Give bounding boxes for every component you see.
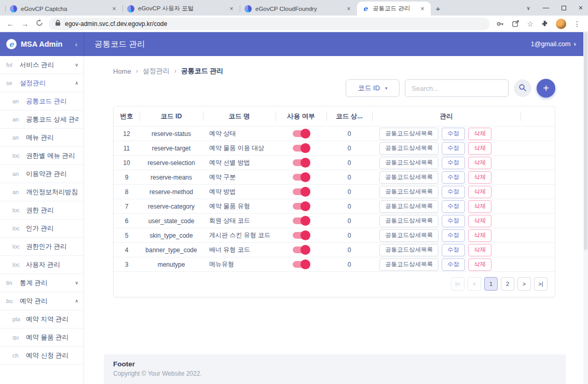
- detail-list-button[interactable]: 공통코드상세목록: [379, 157, 439, 169]
- delete-button[interactable]: 삭제: [468, 128, 491, 140]
- extensions-icon[interactable]: [541, 20, 549, 28]
- sidebar-collapse-icon[interactable]: ‹: [75, 40, 77, 48]
- sidebar-item[interactable]: loc 권한 관리: [0, 201, 84, 220]
- edit-button[interactable]: 수정: [442, 229, 465, 242]
- use-toggle[interactable]: [293, 188, 309, 195]
- detail-list-button[interactable]: 공통코드상세목록: [379, 142, 439, 155]
- tab-close-icon[interactable]: ×: [419, 5, 426, 12]
- detail-list-button[interactable]: 공통코드상세목록: [379, 186, 439, 198]
- pagination-button[interactable]: 1: [484, 277, 498, 291]
- password-key-icon[interactable]: [496, 20, 504, 28]
- delete-button[interactable]: 삭제: [468, 186, 491, 198]
- sidebar-item[interactable]: loc 사용자 관리: [0, 256, 84, 274]
- filter-field-dropdown[interactable]: 코드 ID ▾: [346, 79, 400, 97]
- detail-list-button[interactable]: 공통코드상세목록: [379, 244, 439, 256]
- sidebar-item[interactable]: qu 예약 물품 관리: [0, 328, 84, 347]
- browser-tab[interactable]: e 공통코드 관리 ×: [357, 2, 431, 16]
- edit-button[interactable]: 수정: [442, 258, 465, 271]
- sidebar-item[interactable]: an 공통코드 관리: [0, 92, 84, 111]
- bookmark-star-icon[interactable]: ☆: [527, 20, 534, 28]
- detail-list-button[interactable]: 공통코드상세목록: [379, 128, 439, 140]
- forward-icon[interactable]: →: [20, 20, 30, 28]
- sidebar-item[interactable]: an 개인정보처리방침 관: [0, 183, 84, 201]
- delete-button[interactable]: 삭제: [468, 142, 491, 155]
- delete-button[interactable]: 삭제: [468, 215, 491, 227]
- browser-tab[interactable]: eGovCP Captcha ×: [5, 2, 122, 16]
- scrollbar-thumb[interactable]: [584, 32, 587, 250]
- tab-close-icon[interactable]: ×: [345, 5, 352, 12]
- edit-button[interactable]: 수정: [442, 157, 465, 169]
- window-minimize-icon[interactable]: —: [543, 4, 549, 11]
- detail-list-button[interactable]: 공통코드상세목록: [379, 215, 439, 227]
- breadcrumb-home[interactable]: Home: [113, 67, 131, 75]
- sidebar-item[interactable]: an 공통코드 상세 관리: [0, 111, 84, 129]
- profile-avatar[interactable]: [556, 19, 566, 29]
- detail-list-button[interactable]: 공통코드상세목록: [379, 229, 439, 242]
- reload-icon[interactable]: [34, 19, 45, 28]
- brand-area: e MSA Admin ‹: [0, 32, 84, 56]
- use-toggle[interactable]: [293, 217, 309, 224]
- sidebar-item[interactable]: loc 권한별 메뉴 관리: [0, 147, 84, 165]
- use-toggle[interactable]: [293, 145, 309, 152]
- pagination-button[interactable]: >|: [534, 277, 548, 291]
- edit-button[interactable]: 수정: [442, 128, 465, 140]
- detail-list-button[interactable]: 공통코드상세목록: [379, 171, 439, 184]
- breadcrumb-section[interactable]: 설정관리: [143, 66, 170, 76]
- detail-list-button[interactable]: 공통코드상세목록: [379, 200, 439, 213]
- edit-button[interactable]: 수정: [442, 142, 465, 155]
- window-close-icon[interactable]: ×: [579, 4, 583, 12]
- page-scrollbar[interactable]: [583, 32, 588, 384]
- edit-button[interactable]: 수정: [442, 186, 465, 198]
- window-menu-icon[interactable]: ∨: [526, 5, 530, 11]
- tab-close-icon[interactable]: ×: [228, 5, 235, 12]
- window-maximize-icon[interactable]: [562, 6, 566, 10]
- browser-tab[interactable]: eGovCP CloudFoundry ×: [240, 2, 357, 16]
- sidebar-item[interactable]: an 메뉴 관리: [0, 129, 84, 147]
- edit-button[interactable]: 수정: [442, 215, 465, 227]
- search-icon: [518, 84, 527, 93]
- add-code-button[interactable]: +: [537, 79, 555, 98]
- edit-button[interactable]: 수정: [442, 200, 465, 213]
- breadcrumb-current: 공통코드 관리: [181, 66, 224, 76]
- delete-button[interactable]: 삭제: [468, 200, 491, 213]
- detail-list-button[interactable]: 공통코드상세목록: [379, 258, 439, 271]
- use-toggle[interactable]: [293, 130, 309, 137]
- pagination-button[interactable]: 2: [501, 277, 514, 291]
- delete-button[interactable]: 삭제: [468, 244, 491, 256]
- pagination-button[interactable]: >: [517, 277, 531, 291]
- use-toggle[interactable]: [293, 159, 309, 166]
- use-toggle[interactable]: [293, 232, 309, 239]
- use-toggle[interactable]: [293, 261, 309, 268]
- sidebar-item[interactable]: pla 예약 지역 관리: [0, 310, 84, 328]
- pagination-button[interactable]: |<: [451, 277, 464, 291]
- sidebar-item[interactable]: fol 서비스 관리 ∨: [0, 56, 84, 74]
- tab-close-icon[interactable]: ×: [111, 5, 118, 12]
- browser-menu-icon[interactable]: ⋮: [573, 20, 581, 28]
- delete-button[interactable]: 삭제: [468, 157, 491, 169]
- sidebar-item[interactable]: bu 예약 관리 ∧: [0, 292, 84, 310]
- browser-tab[interactable]: eGovCP 사용자 포털 ×: [122, 2, 240, 16]
- search-input[interactable]: [405, 79, 509, 97]
- search-button[interactable]: [514, 79, 531, 97]
- url-input[interactable]: egov-admin.svc.cf.dev.egovp.kr/code: [49, 18, 490, 30]
- edit-button[interactable]: 수정: [442, 244, 465, 256]
- sidebar-item[interactable]: ch 예약 신청 관리: [0, 347, 84, 365]
- sidebar-item[interactable]: loc 권한인가 관리: [0, 238, 84, 256]
- edit-button[interactable]: 수정: [442, 171, 465, 184]
- use-toggle[interactable]: [293, 174, 309, 181]
- use-toggle[interactable]: [293, 246, 309, 253]
- sidebar-item[interactable]: an 이용약관 관리: [0, 165, 84, 183]
- share-icon[interactable]: [512, 20, 519, 28]
- new-tab-button[interactable]: +: [431, 2, 445, 16]
- delete-button[interactable]: 삭제: [468, 171, 491, 184]
- use-toggle[interactable]: [293, 203, 309, 210]
- pagination-button[interactable]: <: [468, 277, 481, 291]
- user-menu[interactable]: 1@gmail.com ∨: [531, 40, 577, 48]
- sidebar-item[interactable]: se 설정관리 ∧: [0, 74, 84, 92]
- back-icon[interactable]: ←: [5, 20, 16, 28]
- delete-button[interactable]: 삭제: [468, 229, 491, 242]
- delete-button[interactable]: 삭제: [468, 258, 491, 271]
- sidebar-item[interactable]: loc 인가 관리: [0, 220, 84, 238]
- cell-code-name: 예약 방법: [203, 187, 276, 196]
- sidebar-item[interactable]: tin 통계 관리 ∨: [0, 274, 84, 292]
